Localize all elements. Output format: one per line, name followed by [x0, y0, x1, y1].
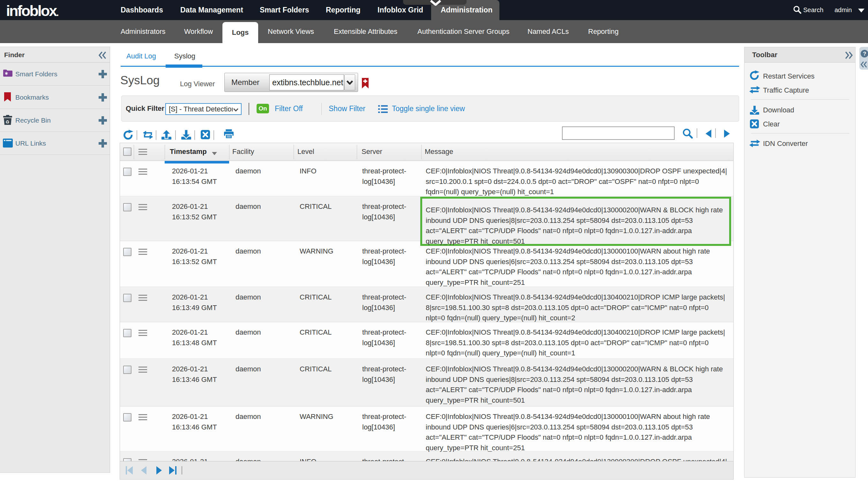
svg-text:♻: ♻	[5, 119, 9, 124]
svg-text:?: ?	[863, 51, 866, 57]
